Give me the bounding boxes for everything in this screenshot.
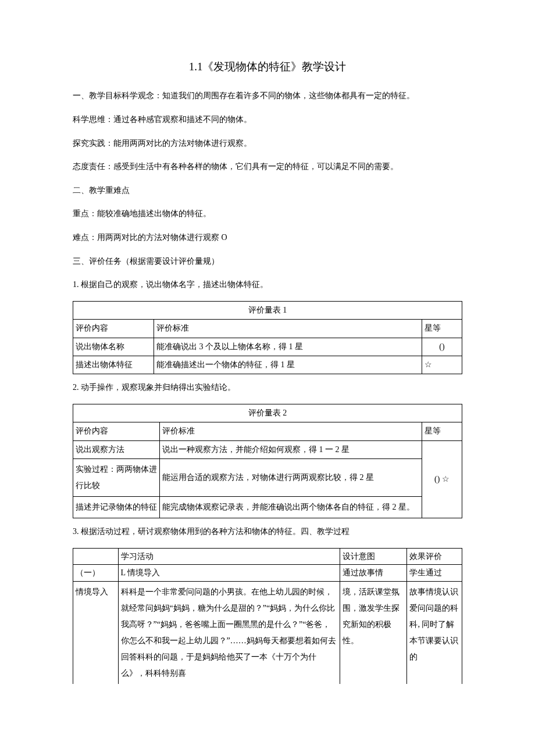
col-header-stars: 星等 bbox=[422, 320, 462, 338]
cell-criteria: 能准确说出 3 个及以上物体名称，得 1 星 bbox=[154, 338, 422, 356]
col-header-criteria: 评价标准 bbox=[160, 422, 422, 440]
col-header-content: 评价内容 bbox=[73, 320, 154, 338]
lesson-table: 学习活动 设计意图 效果评价 （一） L 情境导入 通过故事情 学生通过 情境导… bbox=[73, 548, 462, 684]
para-heading-keypoints: 二、教学重难点 bbox=[73, 183, 462, 199]
para-difficulty: 难点：用两两对比的方法对物体进行观察 O bbox=[73, 230, 462, 246]
para-goal-thinking: 科学思维：通过各种感官观察和描述不同的物体。 bbox=[73, 112, 462, 128]
para-eval-task2: 2. 动手操作，观察现象并归纳得出实验结论。 bbox=[73, 380, 462, 396]
cell-eval: 学生通过 bbox=[407, 565, 462, 582]
page-title: 1.1《发现物体的特征》教学设计 bbox=[73, 58, 462, 76]
col-header-blank bbox=[73, 548, 119, 565]
cell-activity-title: L 情境导入 bbox=[118, 565, 340, 582]
cell-intent-body: 境，活跃课堂氛围，激发学生探究新知的积极性。 bbox=[340, 581, 407, 684]
cell-activity-body: 科科是一个非常爱问问题的小男孩。在他上幼儿园的时候，就经常问妈妈“妈妈，糖为什么… bbox=[118, 581, 340, 684]
table-row: 情境导入 科科是一个非常爱问问题的小男孩。在他上幼儿园的时候，就经常问妈妈“妈妈… bbox=[73, 581, 462, 684]
col-header-activity: 学习活动 bbox=[118, 548, 340, 565]
table-caption: 评价量表 1 bbox=[73, 301, 462, 319]
para-goal-concept: 一、教学目标科学观念：知道我们的周围存在着许多不同的物体，这些物体都具有一定的特… bbox=[73, 88, 462, 104]
para-eval-task1: 1. 根据自己的观察，说出物体名字，描述出物体特征。 bbox=[73, 277, 462, 293]
cell-content: 实验过程：两两物体进行比较 bbox=[73, 459, 160, 497]
cell-content: 说出观察方法 bbox=[73, 440, 160, 458]
rubric-table-2: 评价量表 2 评价内容 评价标准 星等 说出观察方法 说出一种观察方法，并能介绍… bbox=[73, 404, 462, 518]
para-eval-task3: 3. 根据活动过程，研讨观察物体用到的各种方法和物体的特征。四、教学过程 bbox=[73, 524, 462, 540]
cell-intent: 通过故事情 bbox=[340, 565, 407, 582]
table-row: （一） L 情境导入 通过故事情 学生通过 bbox=[73, 565, 462, 582]
table-caption: 评价量表 2 bbox=[73, 404, 462, 422]
table-caption-row: 评价量表 2 bbox=[73, 404, 462, 422]
col-header-intent: 设计意图 bbox=[340, 548, 407, 565]
cell-criteria: 能准确描述出一个物体的特征，得 1 星 bbox=[154, 356, 422, 374]
para-goal-attitude: 态度责任：感受到生活中有各种各样的物体，它们具有一定的特征，可以满足不同的需要。 bbox=[73, 159, 462, 175]
table-row: 说出物体名称 能准确说出 3 个及以上物体名称，得 1 星 () bbox=[73, 338, 462, 356]
table-row: 描述出物体特征 能准确描述出一个物体的特征，得 1 星 ☆ bbox=[73, 356, 462, 374]
rubric-table-1: 评价量表 1 评价内容 评价标准 星等 说出物体名称 能准确说出 3 个及以上物… bbox=[73, 301, 462, 375]
table-row: 描述并记录物体的特征 能完成物体观察记录表，并能准确说出两个物体各自的特征，得 … bbox=[73, 497, 462, 518]
col-header-stars: 星等 bbox=[422, 422, 462, 440]
para-heading-eval: 三、评价任务（根据需要设计评价量规） bbox=[73, 254, 462, 270]
table-row: 实验过程：两两物体进行比较 能运用合适的观察方法，对物体进行两两观察比较，得 2… bbox=[73, 459, 462, 497]
cell-stars: ☆ bbox=[422, 356, 462, 374]
cell-criteria: 能运用合适的观察方法，对物体进行两两观察比较，得 2 星 bbox=[160, 459, 422, 497]
table-header-row: 评价内容 评价标准 星等 bbox=[73, 320, 462, 338]
col-header-criteria: 评价标准 bbox=[154, 320, 422, 338]
cell-content: 描述并记录物体的特征 bbox=[73, 497, 160, 518]
table-caption-row: 评价量表 1 bbox=[73, 301, 462, 319]
cell-criteria: 说出一种观察方法，并能介绍如何观察，得 1 一 2 星 bbox=[160, 440, 422, 458]
col-header-content: 评价内容 bbox=[73, 422, 160, 440]
cell-criteria: 能完成物体观察记录表，并能准确说出两个物体各自的特征，得 2 星。 bbox=[160, 497, 422, 518]
cell-content: 描述出物体特征 bbox=[73, 356, 154, 374]
para-goal-practice: 探究实践：能用两两对比的方法对物体进行观察。 bbox=[73, 136, 462, 152]
cell-section-num: （一） bbox=[73, 565, 119, 582]
cell-content: 说出物体名称 bbox=[73, 338, 154, 356]
document-page: 1.1《发现物体的特征》教学设计 一、教学目标科学观念：知道我们的周围存在着许多… bbox=[0, 0, 535, 756]
table-row: 说出观察方法 说出一种观察方法，并能介绍如何观察，得 1 一 2 星 () ☆ bbox=[73, 440, 462, 458]
cell-stars: () bbox=[422, 338, 462, 356]
table-header-row: 评价内容 评价标准 星等 bbox=[73, 422, 462, 440]
table-header-row: 学习活动 设计意图 效果评价 bbox=[73, 548, 462, 565]
cell-stars: () ☆ bbox=[422, 440, 462, 518]
cell-section-name: 情境导入 bbox=[73, 581, 119, 684]
cell-eval-body: 故事情境认识爱问问题的科科, 同时了解本节课要认识的 bbox=[407, 581, 462, 684]
para-keypoint: 重点：能较准确地描述出物体的特征。 bbox=[73, 206, 462, 222]
col-header-eval: 效果评价 bbox=[407, 548, 462, 565]
